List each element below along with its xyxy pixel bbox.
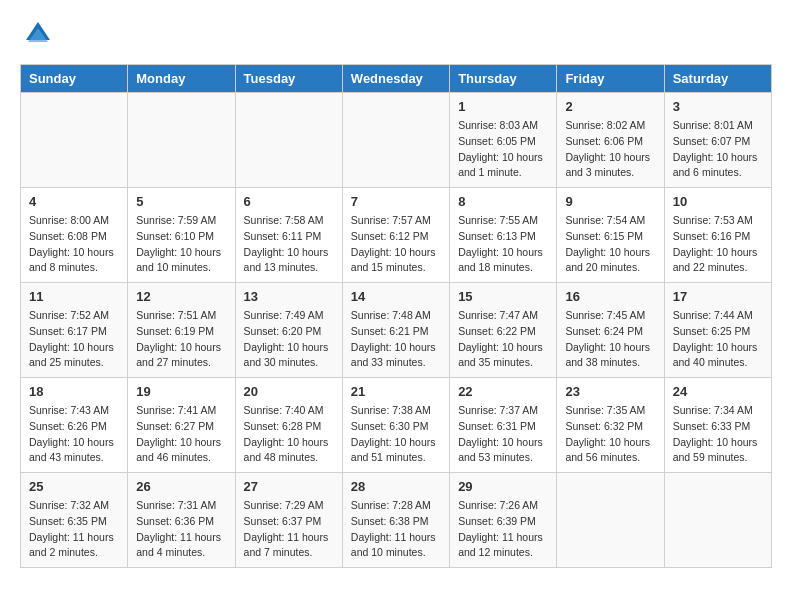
day-number: 21 bbox=[351, 384, 441, 399]
day-number: 23 bbox=[565, 384, 655, 399]
day-number: 16 bbox=[565, 289, 655, 304]
column-header-saturday: Saturday bbox=[664, 65, 771, 93]
day-info: Sunrise: 7:40 AM Sunset: 6:28 PM Dayligh… bbox=[244, 403, 334, 466]
calendar-cell: 12Sunrise: 7:51 AM Sunset: 6:19 PM Dayli… bbox=[128, 283, 235, 378]
calendar-cell bbox=[342, 93, 449, 188]
calendar-cell: 17Sunrise: 7:44 AM Sunset: 6:25 PM Dayli… bbox=[664, 283, 771, 378]
calendar-cell: 3Sunrise: 8:01 AM Sunset: 6:07 PM Daylig… bbox=[664, 93, 771, 188]
calendar-cell bbox=[235, 93, 342, 188]
day-number: 7 bbox=[351, 194, 441, 209]
calendar-cell: 16Sunrise: 7:45 AM Sunset: 6:24 PM Dayli… bbox=[557, 283, 664, 378]
calendar-cell: 28Sunrise: 7:28 AM Sunset: 6:38 PM Dayli… bbox=[342, 473, 449, 568]
column-header-wednesday: Wednesday bbox=[342, 65, 449, 93]
day-info: Sunrise: 7:59 AM Sunset: 6:10 PM Dayligh… bbox=[136, 213, 226, 276]
day-info: Sunrise: 7:28 AM Sunset: 6:38 PM Dayligh… bbox=[351, 498, 441, 561]
day-number: 11 bbox=[29, 289, 119, 304]
day-info: Sunrise: 7:52 AM Sunset: 6:17 PM Dayligh… bbox=[29, 308, 119, 371]
day-number: 18 bbox=[29, 384, 119, 399]
day-number: 5 bbox=[136, 194, 226, 209]
day-number: 27 bbox=[244, 479, 334, 494]
calendar-cell: 1Sunrise: 8:03 AM Sunset: 6:05 PM Daylig… bbox=[450, 93, 557, 188]
day-info: Sunrise: 7:49 AM Sunset: 6:20 PM Dayligh… bbox=[244, 308, 334, 371]
calendar-week-row: 1Sunrise: 8:03 AM Sunset: 6:05 PM Daylig… bbox=[21, 93, 772, 188]
calendar-header-row: SundayMondayTuesdayWednesdayThursdayFrid… bbox=[21, 65, 772, 93]
calendar-cell: 14Sunrise: 7:48 AM Sunset: 6:21 PM Dayli… bbox=[342, 283, 449, 378]
day-number: 20 bbox=[244, 384, 334, 399]
day-number: 22 bbox=[458, 384, 548, 399]
calendar-cell bbox=[128, 93, 235, 188]
column-header-sunday: Sunday bbox=[21, 65, 128, 93]
day-info: Sunrise: 7:55 AM Sunset: 6:13 PM Dayligh… bbox=[458, 213, 548, 276]
calendar-cell bbox=[21, 93, 128, 188]
day-number: 12 bbox=[136, 289, 226, 304]
calendar-week-row: 25Sunrise: 7:32 AM Sunset: 6:35 PM Dayli… bbox=[21, 473, 772, 568]
day-info: Sunrise: 8:01 AM Sunset: 6:07 PM Dayligh… bbox=[673, 118, 763, 181]
day-info: Sunrise: 7:53 AM Sunset: 6:16 PM Dayligh… bbox=[673, 213, 763, 276]
calendar-cell: 19Sunrise: 7:41 AM Sunset: 6:27 PM Dayli… bbox=[128, 378, 235, 473]
column-header-thursday: Thursday bbox=[450, 65, 557, 93]
day-info: Sunrise: 7:37 AM Sunset: 6:31 PM Dayligh… bbox=[458, 403, 548, 466]
day-number: 29 bbox=[458, 479, 548, 494]
column-header-tuesday: Tuesday bbox=[235, 65, 342, 93]
calendar-cell: 9Sunrise: 7:54 AM Sunset: 6:15 PM Daylig… bbox=[557, 188, 664, 283]
day-number: 24 bbox=[673, 384, 763, 399]
calendar-cell: 26Sunrise: 7:31 AM Sunset: 6:36 PM Dayli… bbox=[128, 473, 235, 568]
calendar-cell: 29Sunrise: 7:26 AM Sunset: 6:39 PM Dayli… bbox=[450, 473, 557, 568]
calendar-week-row: 18Sunrise: 7:43 AM Sunset: 6:26 PM Dayli… bbox=[21, 378, 772, 473]
day-number: 2 bbox=[565, 99, 655, 114]
calendar-cell: 2Sunrise: 8:02 AM Sunset: 6:06 PM Daylig… bbox=[557, 93, 664, 188]
day-info: Sunrise: 7:45 AM Sunset: 6:24 PM Dayligh… bbox=[565, 308, 655, 371]
day-number: 15 bbox=[458, 289, 548, 304]
day-number: 28 bbox=[351, 479, 441, 494]
day-info: Sunrise: 7:51 AM Sunset: 6:19 PM Dayligh… bbox=[136, 308, 226, 371]
calendar-cell: 4Sunrise: 8:00 AM Sunset: 6:08 PM Daylig… bbox=[21, 188, 128, 283]
calendar-cell: 10Sunrise: 7:53 AM Sunset: 6:16 PM Dayli… bbox=[664, 188, 771, 283]
day-info: Sunrise: 7:31 AM Sunset: 6:36 PM Dayligh… bbox=[136, 498, 226, 561]
calendar-cell: 27Sunrise: 7:29 AM Sunset: 6:37 PM Dayli… bbox=[235, 473, 342, 568]
calendar-week-row: 4Sunrise: 8:00 AM Sunset: 6:08 PM Daylig… bbox=[21, 188, 772, 283]
logo bbox=[20, 20, 52, 48]
day-info: Sunrise: 7:47 AM Sunset: 6:22 PM Dayligh… bbox=[458, 308, 548, 371]
calendar-table: SundayMondayTuesdayWednesdayThursdayFrid… bbox=[20, 64, 772, 568]
day-number: 13 bbox=[244, 289, 334, 304]
day-number: 14 bbox=[351, 289, 441, 304]
day-info: Sunrise: 8:02 AM Sunset: 6:06 PM Dayligh… bbox=[565, 118, 655, 181]
day-number: 19 bbox=[136, 384, 226, 399]
calendar-cell: 23Sunrise: 7:35 AM Sunset: 6:32 PM Dayli… bbox=[557, 378, 664, 473]
day-info: Sunrise: 8:03 AM Sunset: 6:05 PM Dayligh… bbox=[458, 118, 548, 181]
day-number: 26 bbox=[136, 479, 226, 494]
day-info: Sunrise: 7:41 AM Sunset: 6:27 PM Dayligh… bbox=[136, 403, 226, 466]
day-info: Sunrise: 7:43 AM Sunset: 6:26 PM Dayligh… bbox=[29, 403, 119, 466]
calendar-cell: 7Sunrise: 7:57 AM Sunset: 6:12 PM Daylig… bbox=[342, 188, 449, 283]
day-number: 8 bbox=[458, 194, 548, 209]
calendar-cell: 6Sunrise: 7:58 AM Sunset: 6:11 PM Daylig… bbox=[235, 188, 342, 283]
logo-text bbox=[20, 20, 52, 48]
column-header-monday: Monday bbox=[128, 65, 235, 93]
calendar-cell: 15Sunrise: 7:47 AM Sunset: 6:22 PM Dayli… bbox=[450, 283, 557, 378]
day-info: Sunrise: 7:32 AM Sunset: 6:35 PM Dayligh… bbox=[29, 498, 119, 561]
day-info: Sunrise: 7:57 AM Sunset: 6:12 PM Dayligh… bbox=[351, 213, 441, 276]
calendar-cell: 22Sunrise: 7:37 AM Sunset: 6:31 PM Dayli… bbox=[450, 378, 557, 473]
day-info: Sunrise: 7:58 AM Sunset: 6:11 PM Dayligh… bbox=[244, 213, 334, 276]
calendar-cell: 8Sunrise: 7:55 AM Sunset: 6:13 PM Daylig… bbox=[450, 188, 557, 283]
calendar-cell: 24Sunrise: 7:34 AM Sunset: 6:33 PM Dayli… bbox=[664, 378, 771, 473]
calendar-cell: 20Sunrise: 7:40 AM Sunset: 6:28 PM Dayli… bbox=[235, 378, 342, 473]
day-number: 9 bbox=[565, 194, 655, 209]
day-info: Sunrise: 7:34 AM Sunset: 6:33 PM Dayligh… bbox=[673, 403, 763, 466]
calendar-cell: 5Sunrise: 7:59 AM Sunset: 6:10 PM Daylig… bbox=[128, 188, 235, 283]
day-number: 17 bbox=[673, 289, 763, 304]
day-info: Sunrise: 7:38 AM Sunset: 6:30 PM Dayligh… bbox=[351, 403, 441, 466]
day-info: Sunrise: 7:29 AM Sunset: 6:37 PM Dayligh… bbox=[244, 498, 334, 561]
day-number: 1 bbox=[458, 99, 548, 114]
calendar-cell: 13Sunrise: 7:49 AM Sunset: 6:20 PM Dayli… bbox=[235, 283, 342, 378]
calendar-cell bbox=[557, 473, 664, 568]
calendar-cell: 21Sunrise: 7:38 AM Sunset: 6:30 PM Dayli… bbox=[342, 378, 449, 473]
day-info: Sunrise: 7:54 AM Sunset: 6:15 PM Dayligh… bbox=[565, 213, 655, 276]
day-number: 6 bbox=[244, 194, 334, 209]
column-header-friday: Friday bbox=[557, 65, 664, 93]
day-info: Sunrise: 7:44 AM Sunset: 6:25 PM Dayligh… bbox=[673, 308, 763, 371]
day-number: 10 bbox=[673, 194, 763, 209]
calendar-cell: 11Sunrise: 7:52 AM Sunset: 6:17 PM Dayli… bbox=[21, 283, 128, 378]
day-info: Sunrise: 7:48 AM Sunset: 6:21 PM Dayligh… bbox=[351, 308, 441, 371]
day-info: Sunrise: 7:26 AM Sunset: 6:39 PM Dayligh… bbox=[458, 498, 548, 561]
